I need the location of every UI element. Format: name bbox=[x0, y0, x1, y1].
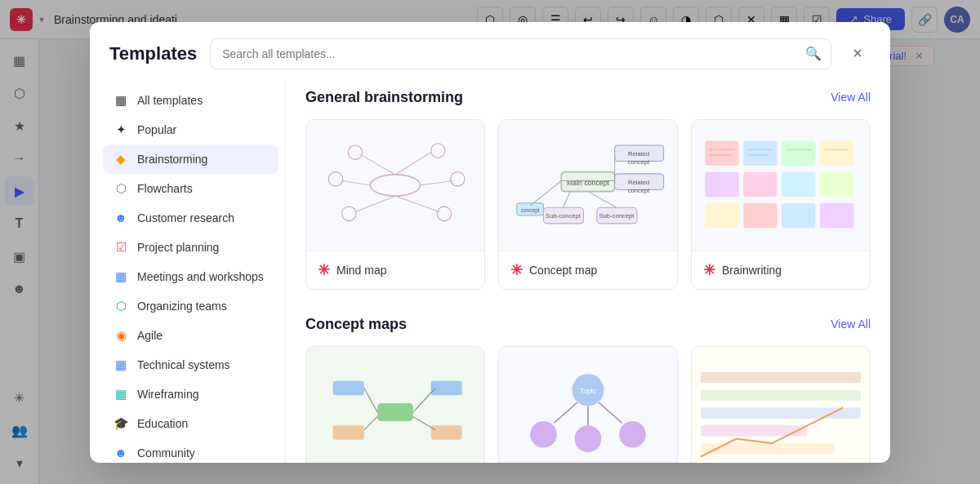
card-preview-brainwriting bbox=[692, 120, 870, 251]
svg-point-63 bbox=[575, 425, 602, 452]
template-grid-brainstorming: ✳ Mind map Main concept bbox=[305, 119, 871, 290]
nav-item-popular[interactable]: ✦ Popular bbox=[103, 115, 278, 144]
nav-item-organizing-teams[interactable]: ⬡ Organizing teams bbox=[103, 291, 278, 321]
nav-item-project-planning[interactable]: ☑ Project planning bbox=[103, 233, 278, 262]
svg-line-32 bbox=[530, 180, 561, 206]
nav-item-label: Customer research bbox=[137, 211, 234, 224]
modal-body: ▦ All templates ✦ Popular ◆ Brainstormin… bbox=[90, 82, 890, 463]
miro-logo-mind-map: ✳ bbox=[318, 261, 330, 279]
view-all-concept-maps[interactable]: View All bbox=[831, 317, 871, 331]
svg-rect-52 bbox=[333, 380, 364, 394]
svg-line-5 bbox=[342, 180, 371, 184]
search-icon: 🔍 bbox=[805, 46, 822, 61]
close-button[interactable]: × bbox=[844, 41, 871, 67]
templates-modal: Templates 🔍 × ▦ All templates ✦ bbox=[90, 22, 890, 463]
svg-text:Related: Related bbox=[628, 150, 649, 158]
svg-rect-71 bbox=[701, 425, 808, 436]
card-footer-concept-map: ✳ Concept map bbox=[499, 251, 677, 289]
svg-rect-51 bbox=[377, 403, 413, 421]
svg-point-8 bbox=[431, 143, 445, 157]
svg-point-12 bbox=[451, 171, 465, 185]
nav-item-label: Flowcharts bbox=[137, 182, 193, 195]
template-card-concept-map[interactable]: Main concept Related concept Related con… bbox=[498, 119, 678, 290]
template-card-concept-1[interactable]: ✳ Concept map bbox=[305, 346, 485, 463]
template-card-mind-map[interactable]: ✳ Mind map bbox=[305, 119, 485, 290]
svg-line-65 bbox=[555, 402, 577, 423]
card-title-brainwriting: Brainwriting bbox=[722, 264, 782, 277]
modal-header: Templates 🔍 × bbox=[90, 22, 890, 69]
svg-line-29 bbox=[588, 191, 617, 207]
meetings-icon: ▦ bbox=[113, 269, 129, 285]
mind-map-preview-svg bbox=[306, 120, 484, 251]
svg-line-67 bbox=[599, 402, 621, 423]
organizing-teams-icon: ⬡ bbox=[113, 298, 129, 314]
project-planning-icon: ☑ bbox=[113, 239, 129, 255]
svg-line-59 bbox=[413, 416, 435, 429]
template-card-concept-3[interactable]: ✳ Concept map bbox=[691, 346, 871, 463]
nav-item-education[interactable]: 🎓 Education bbox=[103, 409, 278, 438]
wireframing-icon: ▦ bbox=[113, 386, 129, 402]
card-preview-mind-map bbox=[306, 120, 484, 251]
flowcharts-icon: ⬡ bbox=[113, 180, 129, 197]
svg-rect-54 bbox=[333, 425, 364, 439]
svg-rect-42 bbox=[743, 202, 777, 228]
svg-rect-37 bbox=[705, 171, 738, 197]
svg-rect-40 bbox=[820, 171, 853, 197]
card-preview-concept-map: Main concept Related concept Related con… bbox=[499, 120, 677, 251]
svg-text:concept: concept bbox=[628, 158, 651, 165]
section-header-concept-maps: Concept maps View All bbox=[305, 316, 871, 333]
section-header-brainstorming: General brainstorming View All bbox=[305, 89, 871, 106]
card-preview-concept-1 bbox=[306, 347, 484, 463]
nav-item-label: Popular bbox=[137, 123, 176, 136]
concept-map-preview-svg: Main concept Related concept Related con… bbox=[499, 120, 677, 251]
modal-title: Templates bbox=[109, 43, 197, 64]
nav-item-label: Wireframing bbox=[137, 388, 198, 401]
card-preview-concept-2: Topic bbox=[499, 347, 677, 463]
svg-rect-68 bbox=[701, 371, 861, 382]
concept3-preview-svg bbox=[692, 347, 870, 463]
template-card-brainwriting[interactable]: ✳ Brainwriting bbox=[691, 119, 871, 290]
card-title-mind-map: Mind map bbox=[336, 264, 386, 277]
svg-point-0 bbox=[370, 174, 420, 195]
svg-rect-41 bbox=[705, 202, 738, 228]
template-grid-concept-maps: ✳ Concept map Topic bbox=[305, 346, 871, 463]
card-footer-brainwriting: ✳ Brainwriting bbox=[692, 251, 870, 289]
template-card-concept-2[interactable]: Topic ✳ bbox=[498, 346, 678, 463]
svg-text:Sub-concept: Sub-concept bbox=[599, 212, 635, 220]
technical-systems-icon: ▦ bbox=[113, 357, 129, 373]
template-content: General brainstorming View All bbox=[286, 82, 890, 463]
nav-item-flowcharts[interactable]: ⬡ Flowcharts bbox=[103, 174, 278, 203]
svg-text:Topic: Topic bbox=[580, 387, 597, 395]
svg-point-10 bbox=[437, 206, 451, 220]
card-footer-mind-map: ✳ Mind map bbox=[306, 251, 484, 289]
nav-item-label: All templates bbox=[137, 94, 203, 107]
section-title-concept-maps: Concept maps bbox=[305, 316, 407, 333]
modal-overlay: Templates 🔍 × ▦ All templates ✦ bbox=[0, 0, 980, 484]
nav-item-label: Technical systems bbox=[137, 358, 230, 371]
svg-rect-44 bbox=[820, 202, 853, 228]
agile-icon: ◉ bbox=[113, 327, 129, 344]
education-icon: 🎓 bbox=[113, 415, 129, 432]
svg-point-11 bbox=[328, 171, 342, 185]
view-all-brainstorming[interactable]: View All bbox=[831, 91, 871, 104]
svg-rect-69 bbox=[701, 389, 861, 400]
svg-line-56 bbox=[364, 388, 377, 411]
nav-item-all-templates[interactable]: ▦ All templates bbox=[103, 86, 278, 115]
card-title-concept-map: Concept map bbox=[529, 264, 597, 277]
svg-point-62 bbox=[530, 420, 557, 447]
nav-item-community[interactable]: ☻ Community bbox=[103, 438, 278, 463]
card-preview-concept-3 bbox=[692, 347, 870, 463]
nav-item-brainstorming[interactable]: ◆ Brainstorming bbox=[103, 144, 278, 174]
search-input[interactable] bbox=[210, 38, 831, 69]
nav-item-wireframing[interactable]: ▦ Wireframing bbox=[103, 380, 278, 409]
nav-item-agile[interactable]: ◉ Agile bbox=[103, 321, 278, 350]
search-bar: 🔍 bbox=[210, 38, 831, 69]
nav-item-customer-research[interactable]: ☻ Customer research bbox=[103, 203, 278, 233]
svg-line-57 bbox=[413, 388, 435, 411]
svg-line-58 bbox=[364, 416, 377, 429]
nav-item-technical-systems[interactable]: ▦ Technical systems bbox=[103, 350, 278, 380]
nav-item-label: Agile bbox=[137, 329, 163, 342]
svg-rect-39 bbox=[782, 171, 815, 197]
svg-point-9 bbox=[342, 206, 356, 220]
nav-item-meetings-workshops[interactable]: ▦ Meetings and workshops bbox=[103, 262, 278, 291]
